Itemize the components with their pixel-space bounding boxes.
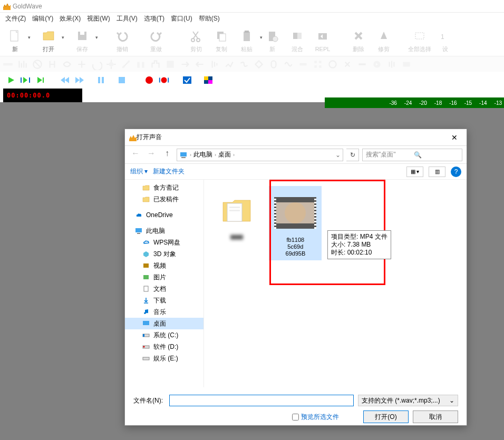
undo-button[interactable]: 撤销 bbox=[110, 27, 135, 53]
window-icon[interactable] bbox=[202, 74, 214, 86]
organize-button[interactable]: 组织 ▾ bbox=[130, 167, 148, 176]
view-button[interactable]: ▦ ▾ bbox=[406, 167, 423, 177]
tree-item-downloads[interactable]: 下载 bbox=[125, 295, 203, 306]
play-end-icon[interactable] bbox=[35, 74, 46, 86]
fx-icon[interactable] bbox=[2, 58, 14, 70]
menu-edit[interactable]: 编辑(Y) bbox=[29, 13, 56, 24]
set-button[interactable]: 1 设 bbox=[432, 27, 458, 53]
breadcrumb-pc[interactable]: 此电脑 bbox=[193, 150, 212, 159]
redo-button[interactable]: 重做 bbox=[143, 27, 169, 53]
cancel-button[interactable]: 取消 bbox=[413, 410, 458, 423]
delete-button[interactable]: 删除 bbox=[346, 27, 371, 53]
search-input[interactable]: 搜索"桌面" 🔍 bbox=[362, 149, 462, 161]
close-icon[interactable]: ✕ bbox=[447, 133, 462, 142]
tree-item[interactable]: 食方斋记 bbox=[125, 182, 203, 193]
menu-effect[interactable]: 效果(X) bbox=[56, 13, 84, 24]
tree-item-c[interactable]: 系统 (C:) bbox=[125, 329, 203, 341]
play-icon[interactable] bbox=[5, 74, 17, 86]
tree-item-pictures[interactable]: 图片 bbox=[125, 271, 203, 283]
save-button[interactable]: 保存 bbox=[70, 27, 95, 53]
open-button[interactable]: 打开(O) bbox=[363, 410, 409, 423]
menu-help[interactable]: 帮助(S) bbox=[196, 13, 223, 24]
rewind-icon[interactable] bbox=[59, 74, 71, 86]
back-button[interactable]: ← bbox=[129, 149, 142, 161]
file-item-folder[interactable]: ▮▮▮▮ bbox=[210, 186, 263, 240]
fx-icon[interactable] bbox=[209, 58, 220, 70]
fx-icon[interactable] bbox=[386, 58, 398, 70]
fx-icon[interactable] bbox=[401, 58, 412, 70]
play-range-icon[interactable] bbox=[20, 74, 32, 86]
fx-icon[interactable] bbox=[179, 58, 191, 70]
fx-icon[interactable] bbox=[371, 58, 383, 70]
stop-icon[interactable] bbox=[116, 74, 128, 86]
menu-window[interactable]: 窗口(U) bbox=[168, 13, 196, 24]
file-list[interactable]: ▮▮▮▮ fb1108 5c69d 69d95B 项目类型: MP4 文件 大小… bbox=[204, 180, 467, 387]
trim-button[interactable]: 修剪 bbox=[371, 27, 396, 53]
pause-icon[interactable] bbox=[95, 74, 106, 86]
breadcrumb[interactable]: › 此电脑 › 桌面 › ⌄ bbox=[177, 149, 343, 161]
options-icon[interactable] bbox=[181, 74, 193, 86]
fx-icon[interactable] bbox=[238, 58, 250, 70]
fx-icon[interactable] bbox=[356, 58, 368, 70]
file-item-video[interactable]: fb1108 5c69d 69d95B bbox=[269, 186, 322, 260]
fx-icon[interactable] bbox=[268, 58, 279, 70]
new-button[interactable]: 新 bbox=[2, 27, 27, 53]
fx-icon[interactable] bbox=[17, 58, 28, 70]
fx-icon[interactable] bbox=[32, 58, 43, 70]
fx-icon[interactable] bbox=[164, 58, 176, 70]
tree-item-e[interactable]: 娱乐 (E:) bbox=[125, 353, 203, 364]
fx-icon[interactable] bbox=[105, 58, 117, 70]
up-button[interactable]: ↑ bbox=[161, 149, 173, 161]
selall-button[interactable]: 全部选择 bbox=[407, 27, 432, 53]
copy-button[interactable]: 复制 bbox=[209, 27, 234, 53]
help-icon[interactable]: ? bbox=[451, 167, 461, 177]
fx-icon[interactable] bbox=[297, 58, 309, 70]
tree-item-music[interactable]: 音乐 bbox=[125, 306, 203, 318]
forward-icon[interactable] bbox=[74, 74, 85, 86]
new2-button[interactable]: 新 bbox=[259, 27, 285, 53]
fx-icon[interactable] bbox=[120, 58, 132, 70]
filter-dropdown[interactable]: 支持的文件 (*.wav;*.mp3;...)⌄ bbox=[358, 395, 458, 406]
tree-item-d[interactable]: 软件 (D:) bbox=[125, 341, 203, 353]
record-icon[interactable] bbox=[143, 74, 155, 86]
forward-button[interactable]: → bbox=[145, 149, 158, 161]
fx-icon[interactable] bbox=[91, 58, 102, 70]
chevron-down-icon[interactable]: ⌄ bbox=[335, 151, 341, 159]
repl-button[interactable]: REPL bbox=[310, 28, 335, 52]
menu-tool[interactable]: 工具(V) bbox=[113, 13, 141, 24]
cut-button[interactable]: 剪切 bbox=[183, 27, 209, 53]
refresh-icon[interactable]: ↻ bbox=[346, 149, 359, 161]
preview-checkbox[interactable]: 预览所选文件 bbox=[292, 413, 339, 422]
tree-item-3d[interactable]: 3D 对象 bbox=[125, 248, 203, 260]
breadcrumb-desktop[interactable]: 桌面 bbox=[218, 150, 231, 159]
fx-icon[interactable] bbox=[224, 58, 235, 70]
paste-button[interactable]: 粘贴 bbox=[234, 27, 259, 53]
open-button[interactable]: 打开 bbox=[36, 27, 61, 53]
tree-item-wps[interactable]: WPS网盘 bbox=[125, 237, 203, 248]
fx-icon[interactable] bbox=[61, 58, 73, 70]
fx-icon[interactable] bbox=[194, 58, 206, 70]
menu-view[interactable]: 视图(W) bbox=[84, 13, 113, 24]
filename-input[interactable] bbox=[169, 395, 354, 406]
tree-item-video[interactable]: 视频 bbox=[125, 260, 203, 271]
fx-icon[interactable] bbox=[342, 58, 353, 70]
newfolder-button[interactable]: 新建文件夹 bbox=[153, 167, 185, 176]
preview-pane-button[interactable]: ▥ bbox=[429, 167, 445, 177]
fx-icon[interactable] bbox=[327, 58, 338, 70]
record-range-icon[interactable] bbox=[158, 74, 170, 86]
tree-item[interactable]: 已发稿件 bbox=[125, 193, 203, 205]
tree-item-desktop[interactable]: 桌面 bbox=[125, 318, 203, 329]
fx-icon[interactable] bbox=[283, 58, 294, 70]
fx-icon[interactable] bbox=[150, 58, 161, 70]
fx-icon[interactable] bbox=[46, 58, 58, 70]
fx-icon[interactable] bbox=[253, 58, 265, 70]
tree-item-documents[interactable]: 文档 bbox=[125, 283, 203, 295]
tree-item-onedrive[interactable]: OneDrive bbox=[125, 209, 203, 221]
menu-option[interactable]: 选项(T) bbox=[141, 13, 168, 24]
menu-file[interactable]: 文件(Z) bbox=[2, 13, 29, 24]
dialog-title-bar[interactable]: 打开声音 ✕ bbox=[125, 129, 467, 146]
fx-icon[interactable] bbox=[312, 58, 324, 70]
mix-button[interactable]: 混合 bbox=[285, 27, 310, 53]
fx-icon[interactable] bbox=[135, 58, 147, 70]
tree-item-thispc[interactable]: 此电脑 bbox=[125, 225, 203, 237]
